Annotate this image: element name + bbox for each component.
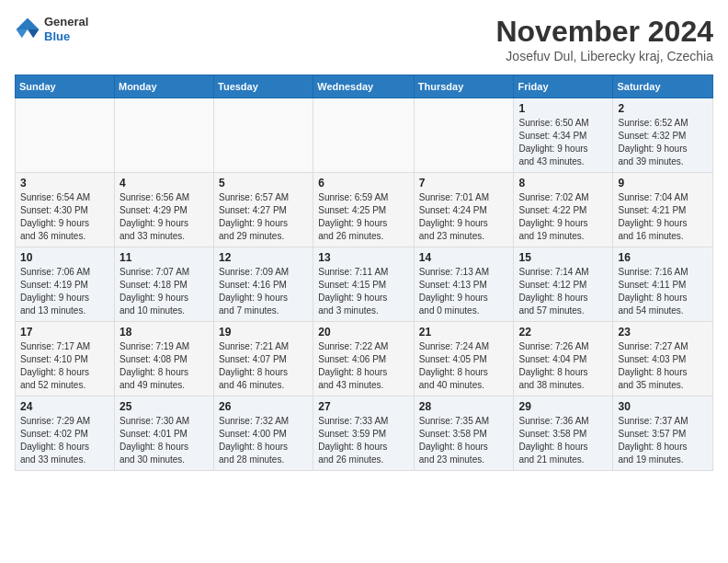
day-number: 23 (618, 326, 708, 339)
day-number: 6 (318, 177, 409, 190)
day-number: 3 (20, 177, 109, 190)
day-info: Sunrise: 7:27 AM Sunset: 4:03 PM Dayligh… (618, 340, 708, 392)
day-number: 7 (419, 177, 509, 190)
logo-blue: Blue (44, 29, 88, 44)
day-number: 9 (618, 177, 708, 190)
calendar-day-cell: 30Sunrise: 7:37 AM Sunset: 3:57 PM Dayli… (613, 396, 713, 471)
calendar-day-cell: 2Sunrise: 6:52 AM Sunset: 4:32 PM Daylig… (613, 98, 713, 173)
weekday-header: Monday (114, 75, 213, 98)
calendar-week-row: 24Sunrise: 7:29 AM Sunset: 4:02 PM Dayli… (16, 396, 713, 471)
day-number: 13 (318, 251, 409, 264)
weekday-header: Tuesday (214, 75, 313, 98)
day-info: Sunrise: 6:56 AM Sunset: 4:29 PM Dayligh… (119, 191, 209, 243)
day-info: Sunrise: 7:33 AM Sunset: 3:59 PM Dayligh… (318, 415, 409, 466)
calendar-week-row: 3Sunrise: 6:54 AM Sunset: 4:30 PM Daylig… (16, 173, 713, 247)
weekday-header: Saturday (613, 75, 713, 98)
calendar-day-cell: 7Sunrise: 7:01 AM Sunset: 4:24 PM Daylig… (414, 173, 514, 247)
calendar-day-cell: 28Sunrise: 7:35 AM Sunset: 3:58 PM Dayli… (414, 396, 514, 471)
day-number: 1 (518, 102, 608, 115)
calendar-week-row: 17Sunrise: 7:17 AM Sunset: 4:10 PM Dayli… (16, 322, 713, 396)
day-info: Sunrise: 7:35 AM Sunset: 3:58 PM Dayligh… (419, 415, 509, 466)
logo-icon (15, 17, 40, 42)
calendar-day-cell: 14Sunrise: 7:13 AM Sunset: 4:13 PM Dayli… (414, 247, 514, 322)
weekday-header: Sunday (16, 75, 115, 98)
calendar-day-cell: 23Sunrise: 7:27 AM Sunset: 4:03 PM Dayli… (613, 322, 713, 396)
svg-marker-1 (28, 29, 39, 38)
calendar-day-cell: 4Sunrise: 6:56 AM Sunset: 4:29 PM Daylig… (114, 173, 213, 247)
day-info: Sunrise: 6:57 AM Sunset: 4:27 PM Dayligh… (219, 191, 308, 243)
day-number: 19 (219, 326, 308, 339)
weekday-header: Wednesday (313, 75, 415, 98)
day-number: 25 (119, 400, 209, 413)
day-info: Sunrise: 7:16 AM Sunset: 4:11 PM Dayligh… (618, 266, 708, 317)
day-info: Sunrise: 6:59 AM Sunset: 4:25 PM Dayligh… (318, 191, 409, 243)
day-info: Sunrise: 6:50 AM Sunset: 4:34 PM Dayligh… (518, 117, 608, 168)
day-number: 12 (219, 251, 308, 264)
day-info: Sunrise: 7:30 AM Sunset: 4:01 PM Dayligh… (119, 415, 209, 466)
calendar-day-cell: 18Sunrise: 7:19 AM Sunset: 4:08 PM Dayli… (114, 322, 213, 396)
day-number: 16 (618, 251, 708, 264)
calendar-day-cell: 22Sunrise: 7:26 AM Sunset: 4:04 PM Dayli… (514, 322, 613, 396)
day-info: Sunrise: 6:52 AM Sunset: 4:32 PM Dayligh… (618, 117, 708, 168)
day-number: 8 (518, 177, 608, 190)
day-number: 29 (518, 400, 608, 413)
day-info: Sunrise: 6:54 AM Sunset: 4:30 PM Dayligh… (20, 191, 109, 243)
day-info: Sunrise: 7:02 AM Sunset: 4:22 PM Dayligh… (518, 191, 608, 243)
day-info: Sunrise: 7:36 AM Sunset: 3:58 PM Dayligh… (518, 415, 608, 466)
day-info: Sunrise: 7:01 AM Sunset: 4:24 PM Dayligh… (419, 191, 509, 243)
calendar-day-cell (214, 98, 313, 173)
day-number: 28 (419, 400, 509, 413)
day-number: 10 (20, 251, 109, 264)
day-number: 27 (318, 400, 409, 413)
calendar-day-cell: 10Sunrise: 7:06 AM Sunset: 4:19 PM Dayli… (16, 247, 115, 322)
day-info: Sunrise: 7:04 AM Sunset: 4:21 PM Dayligh… (618, 191, 708, 243)
calendar-day-cell: 6Sunrise: 6:59 AM Sunset: 4:25 PM Daylig… (313, 173, 415, 247)
day-number: 11 (119, 251, 209, 264)
location: Josefuv Dul, Liberecky kraj, Czechia (495, 49, 713, 63)
calendar-day-cell: 9Sunrise: 7:04 AM Sunset: 4:21 PM Daylig… (613, 173, 713, 247)
calendar-day-cell: 24Sunrise: 7:29 AM Sunset: 4:02 PM Dayli… (16, 396, 115, 471)
logo-text: General Blue (44, 15, 88, 43)
day-number: 4 (119, 177, 209, 190)
title-area: November 2024 Josefuv Dul, Liberecky kra… (495, 15, 713, 63)
day-info: Sunrise: 7:24 AM Sunset: 4:05 PM Dayligh… (419, 340, 509, 392)
calendar-week-row: 10Sunrise: 7:06 AM Sunset: 4:19 PM Dayli… (16, 247, 713, 322)
day-number: 5 (219, 177, 308, 190)
day-info: Sunrise: 7:06 AM Sunset: 4:19 PM Dayligh… (20, 266, 109, 317)
day-number: 14 (419, 251, 509, 264)
day-info: Sunrise: 7:14 AM Sunset: 4:12 PM Dayligh… (518, 266, 608, 317)
calendar-day-cell: 1Sunrise: 6:50 AM Sunset: 4:34 PM Daylig… (514, 98, 613, 173)
day-info: Sunrise: 7:11 AM Sunset: 4:15 PM Dayligh… (318, 266, 409, 317)
calendar-table: SundayMondayTuesdayWednesdayThursdayFrid… (15, 75, 713, 471)
month-title: November 2024 (495, 15, 713, 49)
day-info: Sunrise: 7:22 AM Sunset: 4:06 PM Dayligh… (318, 340, 409, 392)
calendar-day-cell: 25Sunrise: 7:30 AM Sunset: 4:01 PM Dayli… (114, 396, 213, 471)
calendar-day-cell (16, 98, 115, 173)
calendar-day-cell: 12Sunrise: 7:09 AM Sunset: 4:16 PM Dayli… (214, 247, 313, 322)
calendar-day-cell (313, 98, 415, 173)
day-number: 20 (318, 326, 409, 339)
svg-marker-2 (17, 29, 28, 38)
calendar-header-row: SundayMondayTuesdayWednesdayThursdayFrid… (16, 75, 713, 98)
calendar-day-cell (114, 98, 213, 173)
calendar-day-cell: 19Sunrise: 7:21 AM Sunset: 4:07 PM Dayli… (214, 322, 313, 396)
page-header: General Blue November 2024 Josefuv Dul, … (15, 15, 713, 63)
calendar-day-cell: 3Sunrise: 6:54 AM Sunset: 4:30 PM Daylig… (16, 173, 115, 247)
calendar-week-row: 1Sunrise: 6:50 AM Sunset: 4:34 PM Daylig… (16, 98, 713, 173)
calendar-day-cell: 11Sunrise: 7:07 AM Sunset: 4:18 PM Dayli… (114, 247, 213, 322)
calendar-day-cell: 13Sunrise: 7:11 AM Sunset: 4:15 PM Dayli… (313, 247, 415, 322)
calendar-day-cell: 15Sunrise: 7:14 AM Sunset: 4:12 PM Dayli… (514, 247, 613, 322)
day-number: 17 (20, 326, 109, 339)
day-info: Sunrise: 7:09 AM Sunset: 4:16 PM Dayligh… (219, 266, 308, 317)
day-number: 2 (618, 102, 708, 115)
day-number: 26 (219, 400, 308, 413)
calendar-day-cell: 20Sunrise: 7:22 AM Sunset: 4:06 PM Dayli… (313, 322, 415, 396)
weekday-header: Friday (514, 75, 613, 98)
day-info: Sunrise: 7:32 AM Sunset: 4:00 PM Dayligh… (219, 415, 308, 466)
day-info: Sunrise: 7:29 AM Sunset: 4:02 PM Dayligh… (20, 415, 109, 466)
day-info: Sunrise: 7:19 AM Sunset: 4:08 PM Dayligh… (119, 340, 209, 392)
day-number: 15 (518, 251, 608, 264)
calendar-day-cell: 5Sunrise: 6:57 AM Sunset: 4:27 PM Daylig… (214, 173, 313, 247)
day-info: Sunrise: 7:17 AM Sunset: 4:10 PM Dayligh… (20, 340, 109, 392)
day-info: Sunrise: 7:21 AM Sunset: 4:07 PM Dayligh… (219, 340, 308, 392)
